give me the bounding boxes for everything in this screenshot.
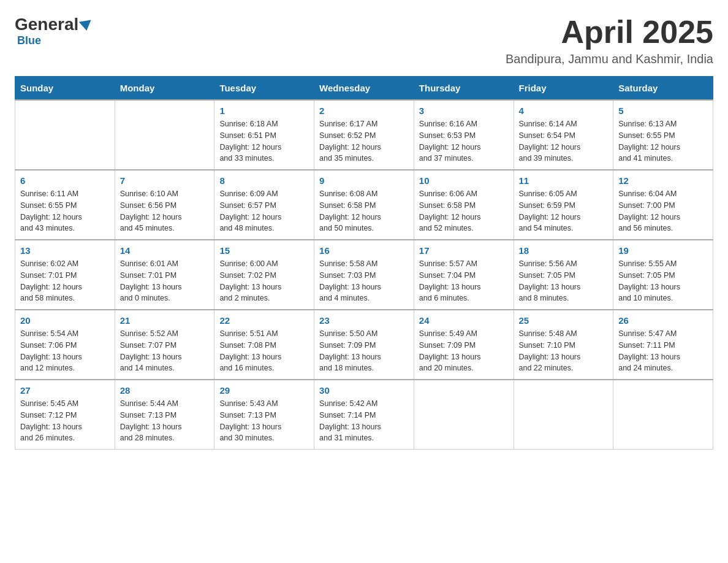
week-row: 1Sunrise: 6:18 AMSunset: 6:51 PMDaylight…	[15, 100, 713, 170]
calendar-cell: 4Sunrise: 6:14 AMSunset: 6:54 PMDaylight…	[514, 100, 613, 170]
day-info: Sunrise: 6:14 AMSunset: 6:54 PMDaylight:…	[519, 118, 609, 164]
day-number: 23	[319, 315, 409, 326]
calendar-cell: 20Sunrise: 5:54 AMSunset: 7:06 PMDayligh…	[15, 310, 115, 380]
day-number: 10	[419, 175, 509, 186]
calendar-cell: 9Sunrise: 6:08 AMSunset: 6:58 PMDaylight…	[314, 170, 414, 240]
calendar-cell: 15Sunrise: 6:00 AMSunset: 7:02 PMDayligh…	[214, 240, 314, 310]
calendar-cell: 26Sunrise: 5:47 AMSunset: 7:11 PMDayligh…	[613, 310, 713, 380]
day-number: 7	[120, 175, 210, 186]
calendar-day-header: Wednesday	[314, 77, 414, 101]
page-header: General Blue April 2025 Bandipura, Jammu…	[15, 15, 713, 66]
day-number: 2	[319, 105, 409, 116]
day-info: Sunrise: 6:05 AMSunset: 6:59 PMDaylight:…	[519, 188, 609, 234]
day-info: Sunrise: 5:56 AMSunset: 7:05 PMDaylight:…	[519, 258, 609, 304]
title-section: April 2025 Bandipura, Jammu and Kashmir,…	[506, 15, 713, 66]
day-info: Sunrise: 6:00 AMSunset: 7:02 PMDaylight:…	[219, 258, 309, 304]
calendar-cell: 24Sunrise: 5:49 AMSunset: 7:09 PMDayligh…	[414, 310, 514, 380]
calendar-cell: 5Sunrise: 6:13 AMSunset: 6:55 PMDaylight…	[613, 100, 713, 170]
calendar-header-row: SundayMondayTuesdayWednesdayThursdayFrid…	[15, 77, 713, 101]
day-info: Sunrise: 6:16 AMSunset: 6:53 PMDaylight:…	[419, 118, 509, 164]
day-number: 4	[519, 105, 609, 116]
day-number: 13	[20, 245, 110, 256]
calendar-cell: 10Sunrise: 6:06 AMSunset: 6:58 PMDayligh…	[414, 170, 514, 240]
calendar-cell: 12Sunrise: 6:04 AMSunset: 7:00 PMDayligh…	[613, 170, 713, 240]
day-info: Sunrise: 6:02 AMSunset: 7:01 PMDaylight:…	[20, 258, 110, 304]
day-info: Sunrise: 5:45 AMSunset: 7:12 PMDaylight:…	[20, 398, 110, 444]
day-number: 30	[319, 385, 409, 396]
day-info: Sunrise: 6:09 AMSunset: 6:57 PMDaylight:…	[219, 188, 309, 234]
day-number: 6	[20, 175, 110, 186]
day-info: Sunrise: 5:54 AMSunset: 7:06 PMDaylight:…	[20, 328, 110, 374]
calendar-cell	[414, 380, 514, 450]
calendar-cell	[613, 380, 713, 450]
day-number: 22	[219, 315, 309, 326]
day-number: 25	[519, 315, 609, 326]
day-info: Sunrise: 6:04 AMSunset: 7:00 PMDaylight:…	[618, 188, 708, 234]
week-row: 20Sunrise: 5:54 AMSunset: 7:06 PMDayligh…	[15, 310, 713, 380]
day-info: Sunrise: 5:49 AMSunset: 7:09 PMDaylight:…	[419, 328, 509, 374]
day-number: 3	[419, 105, 509, 116]
calendar-cell	[115, 100, 214, 170]
calendar-cell: 14Sunrise: 6:01 AMSunset: 7:01 PMDayligh…	[115, 240, 214, 310]
calendar-table: SundayMondayTuesdayWednesdayThursdayFrid…	[15, 76, 713, 450]
day-number: 14	[120, 245, 210, 256]
day-info: Sunrise: 5:52 AMSunset: 7:07 PMDaylight:…	[120, 328, 210, 374]
day-info: Sunrise: 5:43 AMSunset: 7:13 PMDaylight:…	[219, 398, 309, 444]
day-info: Sunrise: 5:44 AMSunset: 7:13 PMDaylight:…	[120, 398, 210, 444]
day-info: Sunrise: 5:57 AMSunset: 7:04 PMDaylight:…	[419, 258, 509, 304]
calendar-day-header: Friday	[514, 77, 613, 101]
calendar-cell: 13Sunrise: 6:02 AMSunset: 7:01 PMDayligh…	[15, 240, 115, 310]
calendar-cell: 3Sunrise: 6:16 AMSunset: 6:53 PMDaylight…	[414, 100, 514, 170]
day-number: 24	[419, 315, 509, 326]
location-title: Bandipura, Jammu and Kashmir, India	[506, 52, 713, 66]
day-info: Sunrise: 5:55 AMSunset: 7:05 PMDaylight:…	[618, 258, 708, 304]
calendar-cell	[514, 380, 613, 450]
calendar-cell: 19Sunrise: 5:55 AMSunset: 7:05 PMDayligh…	[613, 240, 713, 310]
week-row: 13Sunrise: 6:02 AMSunset: 7:01 PMDayligh…	[15, 240, 713, 310]
calendar-cell: 11Sunrise: 6:05 AMSunset: 6:59 PMDayligh…	[514, 170, 613, 240]
calendar-cell: 28Sunrise: 5:44 AMSunset: 7:13 PMDayligh…	[115, 380, 214, 450]
day-info: Sunrise: 6:17 AMSunset: 6:52 PMDaylight:…	[319, 118, 409, 164]
calendar-day-header: Monday	[115, 77, 214, 101]
week-row: 27Sunrise: 5:45 AMSunset: 7:12 PMDayligh…	[15, 380, 713, 450]
day-number: 28	[120, 385, 210, 396]
day-number: 20	[20, 315, 110, 326]
day-number: 15	[219, 245, 309, 256]
day-info: Sunrise: 6:13 AMSunset: 6:55 PMDaylight:…	[618, 118, 708, 164]
day-number: 29	[219, 385, 309, 396]
day-number: 1	[219, 105, 309, 116]
logo-general-text: General	[15, 15, 78, 34]
logo-triangle-icon	[79, 20, 93, 31]
day-number: 17	[419, 245, 509, 256]
day-number: 9	[319, 175, 409, 186]
day-number: 27	[20, 385, 110, 396]
day-number: 18	[519, 245, 609, 256]
calendar-cell: 1Sunrise: 6:18 AMSunset: 6:51 PMDaylight…	[214, 100, 314, 170]
day-number: 21	[120, 315, 210, 326]
calendar-cell: 8Sunrise: 6:09 AMSunset: 6:57 PMDaylight…	[214, 170, 314, 240]
day-number: 16	[319, 245, 409, 256]
day-info: Sunrise: 5:42 AMSunset: 7:14 PMDaylight:…	[319, 398, 409, 444]
day-info: Sunrise: 5:47 AMSunset: 7:11 PMDaylight:…	[618, 328, 708, 374]
calendar-cell: 16Sunrise: 5:58 AMSunset: 7:03 PMDayligh…	[314, 240, 414, 310]
day-number: 19	[618, 245, 708, 256]
day-number: 5	[618, 105, 708, 116]
logo-blue-text: Blue	[17, 34, 41, 47]
calendar-cell: 23Sunrise: 5:50 AMSunset: 7:09 PMDayligh…	[314, 310, 414, 380]
calendar-cell: 17Sunrise: 5:57 AMSunset: 7:04 PMDayligh…	[414, 240, 514, 310]
day-number: 11	[519, 175, 609, 186]
day-info: Sunrise: 5:48 AMSunset: 7:10 PMDaylight:…	[519, 328, 609, 374]
calendar-day-header: Saturday	[613, 77, 713, 101]
day-info: Sunrise: 6:11 AMSunset: 6:55 PMDaylight:…	[20, 188, 110, 234]
day-info: Sunrise: 6:08 AMSunset: 6:58 PMDaylight:…	[319, 188, 409, 234]
calendar-cell: 25Sunrise: 5:48 AMSunset: 7:10 PMDayligh…	[514, 310, 613, 380]
calendar-cell: 18Sunrise: 5:56 AMSunset: 7:05 PMDayligh…	[514, 240, 613, 310]
calendar-cell: 2Sunrise: 6:17 AMSunset: 6:52 PMDaylight…	[314, 100, 414, 170]
calendar-cell	[15, 100, 115, 170]
calendar-cell: 6Sunrise: 6:11 AMSunset: 6:55 PMDaylight…	[15, 170, 115, 240]
calendar-day-header: Tuesday	[214, 77, 314, 101]
day-number: 26	[618, 315, 708, 326]
calendar-cell: 27Sunrise: 5:45 AMSunset: 7:12 PMDayligh…	[15, 380, 115, 450]
calendar-cell: 29Sunrise: 5:43 AMSunset: 7:13 PMDayligh…	[214, 380, 314, 450]
month-title: April 2025	[506, 15, 713, 50]
